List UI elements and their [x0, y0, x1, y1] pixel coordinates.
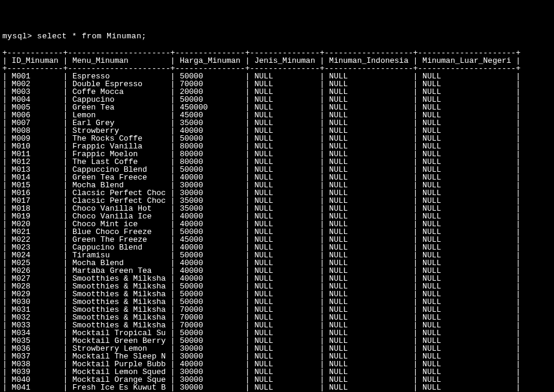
- mysql-prompt[interactable]: mysql> select * from Minuman;: [2, 32, 554, 40]
- query-result-table: +------------+----------------------+---…: [2, 49, 554, 392]
